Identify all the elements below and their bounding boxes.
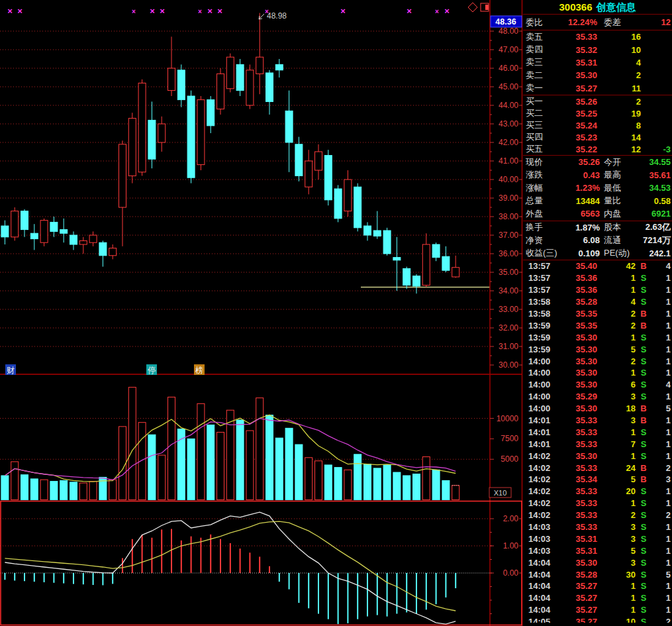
level-label: 买三: [523, 119, 563, 131]
ask-row[interactable]: 卖一35.2711: [523, 82, 672, 94]
tick-row[interactable]: 14:0335.313S1: [523, 533, 672, 545]
tick-count: 1: [651, 605, 672, 615]
tick-row[interactable]: 13:5835.284S1: [523, 296, 672, 308]
tick-row[interactable]: 13:5835.352B1: [523, 308, 672, 320]
tick-volume: 1: [597, 427, 636, 437]
bid-row[interactable]: 买五35.2212-3: [523, 143, 672, 155]
svg-text:48.98: 48.98: [267, 11, 287, 21]
tick-row[interactable]: 14:0035.3018B5: [523, 403, 672, 415]
tick-count: 1: [651, 344, 672, 354]
tick-count: 1: [651, 333, 672, 342]
bid-row[interactable]: 买三35.248: [523, 119, 672, 131]
svg-text:×: ×: [435, 8, 439, 15]
svg-text:×: ×: [198, 8, 202, 15]
tick-volume: 1: [597, 593, 636, 603]
svg-text:33.00: 33.00: [499, 305, 518, 314]
svg-text:财: 财: [7, 366, 15, 375]
tick-side: S: [636, 617, 651, 623]
event-badge[interactable]: 停: [146, 364, 157, 375]
svg-text:31.00: 31.00: [499, 342, 518, 351]
tick-side: S: [636, 273, 651, 283]
tick-row[interactable]: 14:0235.331S1: [523, 497, 672, 509]
tick-time: 14:02: [523, 510, 563, 520]
tick-side: S: [636, 534, 651, 544]
tick-row[interactable]: 14:0335.333S1: [523, 521, 672, 533]
tick-row[interactable]: 14:0035.302S1: [523, 355, 672, 367]
bid-row[interactable]: 买二35.2519: [523, 107, 672, 119]
tick-list[interactable]: 13:5735.4042B413:5735.361S113:5735.361S1…: [523, 260, 672, 623]
tick-count: 3: [651, 474, 672, 484]
tick-side: B: [636, 474, 651, 484]
tick-side: S: [636, 451, 651, 461]
tick-row[interactable]: 13:5735.361S1: [523, 284, 672, 296]
event-badge[interactable]: 榜: [194, 364, 205, 375]
tick-row[interactable]: 14:0435.271S1: [523, 580, 672, 592]
tick-row[interactable]: 14:0035.301S1: [523, 367, 672, 379]
tick-row[interactable]: 14:0335.315S1: [523, 545, 672, 556]
tick-row[interactable]: 14:0435.271S1: [523, 604, 672, 616]
tick-row[interactable]: 14:0435.271S1: [523, 592, 672, 604]
tick-volume: 3: [597, 415, 636, 425]
tick-row[interactable]: 14:0135.337S1: [523, 438, 672, 450]
tick-side: S: [636, 522, 651, 532]
tick-volume: 10: [597, 617, 636, 623]
stat-value: 6.08: [568, 235, 600, 245]
tick-time: 14:00: [523, 368, 563, 378]
tick-row[interactable]: 13:5935.305S1: [523, 343, 672, 355]
macd-pane-selection-border[interactable]: [1, 501, 522, 625]
tick-row[interactable]: 14:0235.345B3: [523, 474, 672, 486]
svg-text:1.00: 1.00: [503, 541, 519, 550]
tick-time: 14:03: [523, 522, 563, 532]
bid-row[interactable]: 买一35.262: [523, 95, 672, 107]
level-label: 卖五: [523, 31, 563, 43]
tick-row[interactable]: 13:5935.301S1: [523, 331, 672, 343]
tick-row[interactable]: 14:0035.293S1: [523, 391, 672, 403]
stat-value: 6921: [633, 209, 672, 219]
quote-row: 外盘6563内盘6921: [523, 207, 672, 221]
tick-count: 1: [651, 368, 672, 378]
tick-time: 14:00: [523, 391, 563, 401]
restore-window-icon[interactable]: [481, 3, 489, 11]
svg-text:34.00: 34.00: [499, 286, 518, 295]
bid-row[interactable]: 买四35.2314: [523, 131, 672, 143]
diamond-icon[interactable]: [468, 3, 477, 12]
ask-row[interactable]: 卖四35.3210: [523, 44, 672, 56]
tick-time: 14:00: [523, 403, 563, 413]
tick-row[interactable]: 13:5735.4042B4: [523, 260, 672, 272]
volume-scale-label[interactable]: X10: [489, 488, 511, 497]
tick-count: 1: [651, 593, 672, 603]
tick-row[interactable]: 13:5935.352B1: [523, 319, 672, 331]
quote-row: 净资6.08流通7214万: [523, 234, 672, 247]
ask-row[interactable]: 卖五35.3316: [523, 31, 672, 43]
tick-time: 14:02: [523, 451, 563, 461]
tick-volume: 2: [597, 321, 636, 331]
tick-row[interactable]: 14:0035.306S4: [523, 379, 672, 391]
price-axis: 48.0047.0046.0045.0044.0043.0042.0041.00…: [490, 26, 522, 614]
tick-row[interactable]: 14:0535.2710S2: [523, 616, 672, 623]
event-badge[interactable]: 财: [5, 364, 16, 375]
tick-row[interactable]: 14:0235.332S2: [523, 509, 672, 521]
tick-row[interactable]: 14:0435.2830S5: [523, 568, 672, 580]
tick-row[interactable]: 13:5735.361S1: [523, 272, 672, 284]
ask-row[interactable]: 卖三35.314: [523, 56, 672, 68]
quote-row: 换手1.87%股本2.63亿: [523, 221, 672, 235]
tick-row[interactable]: 14:0135.331S1: [523, 426, 672, 438]
tick-volume: 7: [597, 439, 636, 449]
tick-row[interactable]: 14:0235.3320S1: [523, 486, 672, 497]
tick-volume: 5: [597, 546, 636, 556]
kline-volume-macd-chart[interactable]: 48.0047.0046.0045.0044.0043.0042.0041.00…: [0, 0, 523, 626]
tick-row[interactable]: 14:0235.301S1: [523, 450, 672, 462]
tick-price: 35.27: [563, 581, 597, 591]
stock-title[interactable]: 300366创意信息: [523, 0, 672, 15]
tick-side: S: [636, 333, 651, 342]
level-volume: 11: [597, 83, 641, 93]
stat-label: 涨幅: [523, 182, 568, 194]
svg-text:48.36: 48.36: [495, 17, 516, 26]
tick-row[interactable]: 14:0235.3324B2: [523, 462, 672, 474]
tick-price: 35.33: [563, 486, 597, 496]
tick-side: S: [636, 593, 651, 603]
tick-time: 14:04: [523, 558, 563, 568]
ask-row[interactable]: 卖二35.302: [523, 70, 672, 81]
tick-row[interactable]: 14:0435.303S1: [523, 556, 672, 568]
tick-row[interactable]: 14:0135.333B1: [523, 415, 672, 427]
